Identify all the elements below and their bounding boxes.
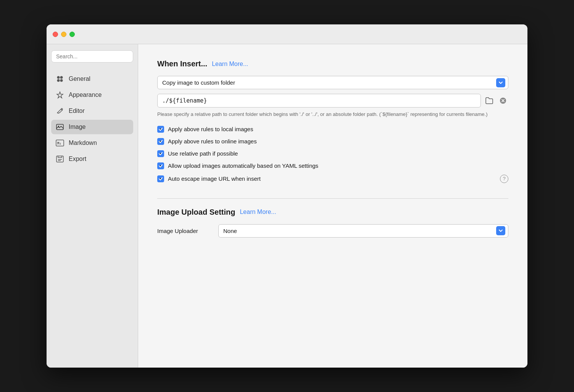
appearance-icon <box>56 91 64 99</box>
svg-point-0 <box>57 76 60 79</box>
auto-escape-help-icon[interactable]: ? <box>500 175 508 183</box>
path-input-row <box>157 94 508 108</box>
sidebar-item-editor-label: Editor <box>69 108 85 114</box>
checkbox-local-images-label: Apply above rules to local images <box>168 126 253 132</box>
checkbox-online-images-input[interactable] <box>157 138 164 145</box>
image-upload-title: Image Upload Setting Learn More... <box>157 208 508 217</box>
image-uploader-label: Image Uploader <box>157 228 211 234</box>
checkbox-online-images-label: Apply above rules to online images <box>168 138 257 145</box>
checkbox-local-images-input[interactable] <box>157 126 164 133</box>
general-icon <box>56 75 64 83</box>
checkbox-local-images: Apply above rules to local images <box>157 126 508 133</box>
svg-text:M↓: M↓ <box>57 141 61 145</box>
checkbox-relative-path-label: Use relative path if possible <box>168 150 238 157</box>
search-container <box>51 50 133 63</box>
search-input[interactable] <box>51 50 133 63</box>
when-insert-section: When Insert... Learn More... Copy image … <box>157 59 508 183</box>
svg-rect-8 <box>56 156 63 162</box>
clear-path-button[interactable] <box>498 95 508 106</box>
editor-icon <box>56 107 64 115</box>
sidebar-item-editor[interactable]: Editor <box>51 104 133 118</box>
sidebar-item-markdown[interactable]: M↓ Markdown <box>51 136 133 150</box>
checkbox-relative-path-input[interactable] <box>157 150 164 157</box>
markdown-icon: M↓ <box>56 139 64 147</box>
svg-point-1 <box>60 76 63 79</box>
export-icon <box>56 155 64 163</box>
titlebar <box>47 24 527 44</box>
content-area: General Appearance Ed <box>47 44 527 368</box>
insert-action-select[interactable]: Copy image to custom folderNo actionCopy… <box>157 76 508 89</box>
checkbox-auto-escape-input[interactable] <box>157 175 164 182</box>
checkbox-yaml-upload: Allow upload images automatically based … <box>157 162 508 169</box>
image-upload-learn-more[interactable]: Learn More... <box>240 209 276 215</box>
checkbox-relative-path: Use relative path if possible <box>157 150 508 157</box>
close-button[interactable] <box>53 32 58 37</box>
image-icon <box>56 123 64 131</box>
section-divider <box>157 198 508 199</box>
insert-action-select-wrapper: Copy image to custom folderNo actionCopy… <box>157 76 508 89</box>
sidebar-item-image-label: Image <box>69 124 85 130</box>
sidebar: General Appearance Ed <box>47 44 138 368</box>
minimize-button[interactable] <box>61 32 66 37</box>
checkbox-auto-escape-left: Auto escape image URL when insert <box>157 175 261 182</box>
sidebar-item-general[interactable]: General <box>51 72 133 86</box>
app-window: General Appearance Ed <box>47 24 527 368</box>
svg-point-3 <box>60 79 63 82</box>
path-hint-text: Please specify a relative path to curren… <box>157 111 508 118</box>
image-uploader-select[interactable]: NoneAWS S3GitHubImgurSM.MS <box>218 224 508 238</box>
when-insert-title: When Insert... Learn More... <box>157 59 508 68</box>
path-input[interactable] <box>157 94 481 108</box>
sidebar-item-appearance-label: Appearance <box>69 92 102 98</box>
sidebar-item-general-label: General <box>69 76 90 82</box>
folder-browse-button[interactable] <box>484 95 495 106</box>
checkbox-yaml-upload-label: Allow upload images automatically based … <box>168 162 318 169</box>
sidebar-item-export-label: Export <box>69 156 86 162</box>
svg-point-2 <box>57 79 60 82</box>
checkbox-auto-escape: Auto escape image URL when insert ? <box>157 175 508 183</box>
traffic-lights <box>53 32 75 37</box>
sidebar-item-markdown-label: Markdown <box>69 140 97 146</box>
when-insert-learn-more[interactable]: Learn More... <box>212 61 248 67</box>
image-uploader-select-wrapper: NoneAWS S3GitHubImgurSM.MS <box>218 224 508 238</box>
image-upload-title-text: Image Upload Setting <box>157 208 235 217</box>
image-uploader-row: Image Uploader NoneAWS S3GitHubImgurSM.M… <box>157 224 508 238</box>
checkbox-online-images: Apply above rules to online images <box>157 138 508 145</box>
checkbox-yaml-upload-input[interactable] <box>157 162 164 169</box>
maximize-button[interactable] <box>69 32 75 37</box>
main-content: When Insert... Learn More... Copy image … <box>138 44 527 368</box>
checkbox-auto-escape-label: Auto escape image URL when insert <box>168 175 261 182</box>
sidebar-item-export[interactable]: Export <box>51 152 133 166</box>
when-insert-title-text: When Insert... <box>157 59 207 68</box>
sidebar-item-image[interactable]: Image <box>51 120 133 134</box>
sidebar-item-appearance[interactable]: Appearance <box>51 88 133 102</box>
image-upload-section: Image Upload Setting Learn More... Image… <box>157 208 508 238</box>
